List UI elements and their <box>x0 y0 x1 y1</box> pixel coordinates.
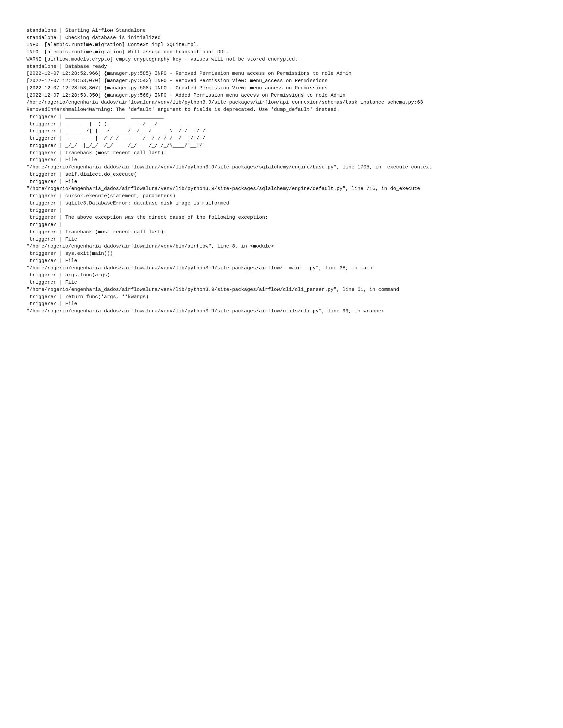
terminal-line: triggerer | _/_/ |_/_/ /_/ /_/ /_/ /_/\_… <box>26 142 537 150</box>
terminal-line: "/home/rogerio/engenharia_dados/airflowa… <box>26 164 537 171</box>
terminal-line: WARNI [airflow.models.crypto] empty cryp… <box>26 56 537 63</box>
terminal-line: INFO [alembic.runtime.migration] Will as… <box>26 49 537 56</box>
terminal-line: [2022-12-07 12:28:53,350] {manager.py:56… <box>26 92 537 99</box>
terminal-line: triggerer | args.func(args) <box>26 272 537 279</box>
terminal-line: standalone | Starting Airflow Standalone <box>26 27 537 34</box>
terminal-line: RemovedInMarshmallow4Warning: The 'defau… <box>26 106 537 114</box>
terminal-line: /home/rogerio/engenharia_dados/airflowal… <box>26 99 537 106</box>
terminal-line: triggerer | File <box>26 279 537 286</box>
terminal-line: [2022-12-07 12:28:52,966] {manager.py:58… <box>26 70 537 77</box>
terminal-line: standalone | Database ready <box>26 63 537 70</box>
terminal-line: triggerer | return func(*args, **kwargs) <box>26 294 537 301</box>
terminal-output: standalone | Starting Airflow Standalone… <box>26 20 537 315</box>
terminal-line: triggerer | Traceback (most recent call … <box>26 229 537 236</box>
terminal-line: "/home/rogerio/engenharia_dados/airflowa… <box>26 308 537 315</box>
terminal-line: standalone | Checking database is initia… <box>26 34 537 42</box>
terminal-line: triggerer | File <box>26 300 537 308</box>
terminal-line: triggerer | <box>26 221 537 229</box>
terminal-line: triggerer | File <box>26 178 537 186</box>
terminal-line: triggerer | sqlite3.DatabaseError: datab… <box>26 200 537 207</box>
terminal-line: [2022-12-07 12:28:53,307] {manager.py:50… <box>26 85 537 92</box>
terminal-line: triggerer | Traceback (most recent call … <box>26 150 537 157</box>
terminal-line: triggerer | ____ |__( )________ __/__ /_… <box>26 121 537 128</box>
terminal-line: triggerer | ____ /| |_ /__ ___/ /_ /__ _… <box>26 128 537 135</box>
terminal-line: triggerer | ___ ___ | / / /__ _ __/ / / … <box>26 135 537 142</box>
terminal-line: triggerer | self.dialect.do_execute( <box>26 171 537 178</box>
terminal-line: triggerer | The above exception was the … <box>26 214 537 221</box>
terminal-line: "/home/rogerio/engenharia_dados/airflowa… <box>26 265 537 272</box>
terminal-line: triggerer | ____________________ _______… <box>26 114 537 121</box>
terminal-line: triggerer | File <box>26 236 537 243</box>
terminal-line: "/home/rogerio/engenharia_dados/airflowa… <box>26 185 537 193</box>
terminal-line: triggerer | sys.exit(main()) <box>26 250 537 257</box>
terminal-line: triggerer | File <box>26 257 537 265</box>
terminal-line: [2022-12-07 12:28:53,070] {manager.py:54… <box>26 77 537 85</box>
terminal-line: triggerer | <box>26 207 537 214</box>
terminal-line: triggerer | File <box>26 157 537 164</box>
terminal-line: "/home/rogerio/engenharia_dados/airflowa… <box>26 286 537 294</box>
terminal-line: INFO [alembic.runtime.migration] Context… <box>26 41 537 49</box>
terminal-line: triggerer | cursor.execute(statement, pa… <box>26 193 537 200</box>
terminal-line: "/home/rogerio/engenharia_dados/airflowa… <box>26 243 537 250</box>
